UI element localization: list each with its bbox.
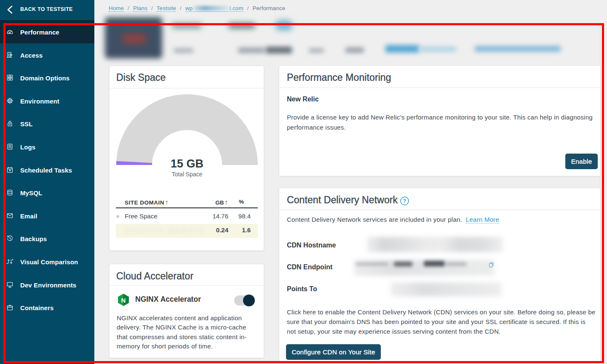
svg-text:N: N <box>121 297 126 304</box>
svg-text:?: ? <box>403 198 406 204</box>
